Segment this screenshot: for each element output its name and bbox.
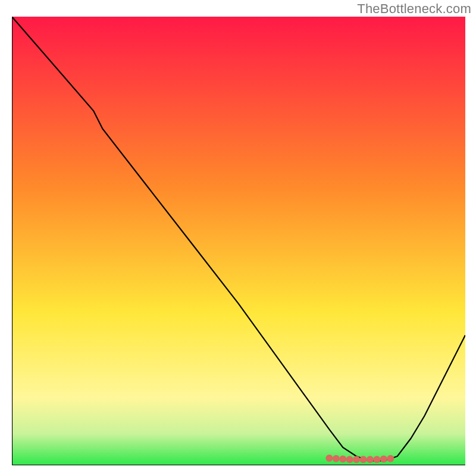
watermark-text: TheBottleneck.com	[357, 1, 471, 17]
chart-stage: TheBottleneck.com	[0, 0, 476, 476]
plot-area	[12, 17, 465, 465]
axis-frame	[12, 17, 465, 465]
